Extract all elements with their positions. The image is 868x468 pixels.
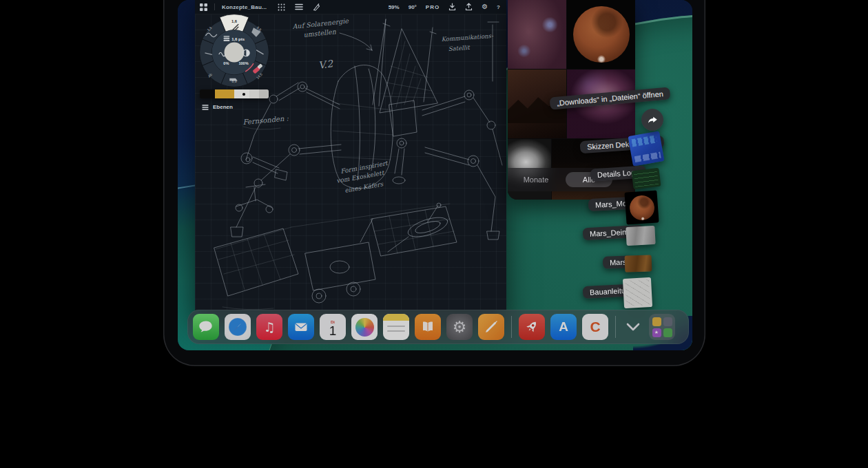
dock-collapse-chevron[interactable] [623, 314, 643, 340]
apps-grid-icon[interactable] [200, 3, 207, 11]
export-icon[interactable] [465, 3, 473, 11]
app-library-tile [652, 317, 661, 326]
dock-app-calendar[interactable]: Di 1 [320, 314, 346, 340]
tab-monate[interactable]: Monate [508, 176, 564, 184]
music-note-icon: ♫ [263, 321, 275, 334]
active-size-label: 1,6 [231, 19, 238, 23]
dot-grid-icon[interactable] [278, 3, 285, 11]
dock-app-messages[interactable] [193, 314, 219, 340]
dock-app-mail[interactable] [288, 314, 314, 340]
pro-badge[interactable]: PRO [426, 4, 440, 10]
dock-app-safari[interactable] [225, 314, 251, 340]
dock: ♫ Di 1 [187, 310, 689, 344]
swatch-gray[interactable] [249, 89, 259, 98]
robot-spike [373, 19, 390, 106]
import-icon[interactable] [448, 3, 456, 11]
thumb-mars-modell[interactable] [624, 190, 659, 224]
swatch-gold[interactable] [215, 89, 234, 98]
messages-bubble-icon [197, 318, 215, 336]
chevron-down-icon [626, 323, 640, 331]
app-library-grid-icon: ★ [652, 317, 672, 337]
photos-flower-icon [355, 318, 374, 337]
dock-app-rocket[interactable] [519, 314, 545, 340]
app-library-tile [663, 328, 672, 337]
dock-app-library[interactable]: ★ [649, 314, 675, 340]
thumb-bauanleitung[interactable] [623, 277, 652, 308]
mars-globe-image [573, 6, 630, 63]
dock-app-settings[interactable]: ⚙ [446, 314, 473, 340]
thumb-mars[interactable] [625, 255, 652, 272]
hamburger-icon [202, 105, 209, 110]
thumb-details-logo[interactable] [632, 168, 661, 190]
annotation-form-line3: eines Käfers [344, 180, 385, 194]
dock-divider [615, 316, 616, 338]
layers-button[interactable]: Ebenen [202, 104, 233, 110]
appstore-a-icon: A [559, 319, 568, 334]
tool-wheel[interactable]: 1,6 pts 0% 100% 1,6 1,3 5,5 14,5 8,9 Ab [194, 12, 274, 92]
notes-line [387, 330, 405, 332]
robot-sail [380, 28, 437, 113]
sketch-app-window[interactable]: Auf Solarenergie umstellen Kommunikation… [195, 0, 506, 318]
settings-gear-icon: ⚙ [453, 319, 467, 335]
help-button[interactable]: ? [497, 4, 500, 10]
annotation-version: V.2 [318, 58, 334, 71]
swatch-dark-gray[interactable] [259, 89, 269, 98]
books-open-book-icon [420, 319, 436, 335]
settings-gear-icon[interactable]: ⚙ [482, 3, 488, 10]
notes-header-strip [383, 314, 409, 321]
dock-app-concepts[interactable] [478, 314, 504, 340]
brush-size-value: 1,6 pts [231, 37, 245, 41]
dock-divider [511, 316, 512, 338]
mail-envelope-icon [293, 319, 309, 335]
concepts-pen-icon [482, 318, 500, 336]
app-library-tile [663, 317, 672, 326]
annotation-comm-line2: Satellit [448, 44, 471, 52]
robot-head [389, 100, 417, 184]
c-app-icon: C [590, 319, 600, 335]
dock-app-photos[interactable] [351, 314, 378, 340]
ipad-screen: Auf Solarenergie umstellen Kommunikation… [178, 0, 692, 350]
app-library-tile: ★ [652, 328, 661, 337]
stage: Auf Solarenergie umstellen Kommunikation… [0, 0, 868, 468]
thumb-mars-deimos[interactable] [626, 226, 655, 246]
swatch-light-gray[interactable] [234, 89, 249, 98]
forward-arrow-icon [646, 114, 659, 125]
document-title[interactable]: Konzepte_Bau... [222, 4, 267, 10]
dock-app-books[interactable] [415, 314, 441, 340]
active-swatch-dot [242, 93, 245, 96]
dock-app-appstore[interactable]: A [550, 314, 577, 340]
size-s-label: 8,9 [232, 79, 237, 83]
annotation-probes: Fernsonden : [242, 114, 289, 126]
layers-lines-icon[interactable] [295, 3, 303, 10]
pen-tool-icon[interactable] [313, 3, 320, 11]
dock-app-c[interactable]: C [582, 314, 608, 340]
rover-sketch [214, 203, 457, 310]
share-drop-button[interactable] [641, 109, 663, 131]
calendar-day: 1 [329, 324, 337, 337]
rocket-icon [519, 315, 544, 339]
safari-compass-icon [227, 317, 248, 337]
part-sketches [236, 153, 287, 213]
swatch-black[interactable] [200, 89, 215, 98]
mars-thumb-globe [628, 194, 654, 220]
dock-app-music[interactable]: ♫ [256, 314, 282, 340]
brush-preview-knob[interactable] [225, 43, 245, 63]
rotation-value[interactable]: 90° [409, 4, 417, 10]
dock-app-notes[interactable] [383, 314, 409, 340]
photo-nebula[interactable] [508, 0, 566, 69]
toolbar-separator [214, 3, 215, 10]
opacity-max-label: 100% [238, 61, 248, 65]
annotation-solar-line2: umstellen [303, 28, 337, 39]
color-swatch-bar[interactable] [200, 89, 269, 98]
thumb-skizzen-dekorbogen[interactable] [628, 131, 665, 166]
opacity-min-label: 0% [223, 61, 229, 65]
photo-mars-globe[interactable] [567, 0, 635, 69]
zoom-level[interactable]: 59% [389, 4, 400, 10]
annotation-comm-line1: Kommunikations- [441, 32, 494, 43]
layers-label: Ebenen [213, 104, 233, 110]
notes-line [387, 326, 405, 327]
ipad-device-frame: Auf Solarenergie umstellen Kommunikation… [163, 0, 705, 366]
